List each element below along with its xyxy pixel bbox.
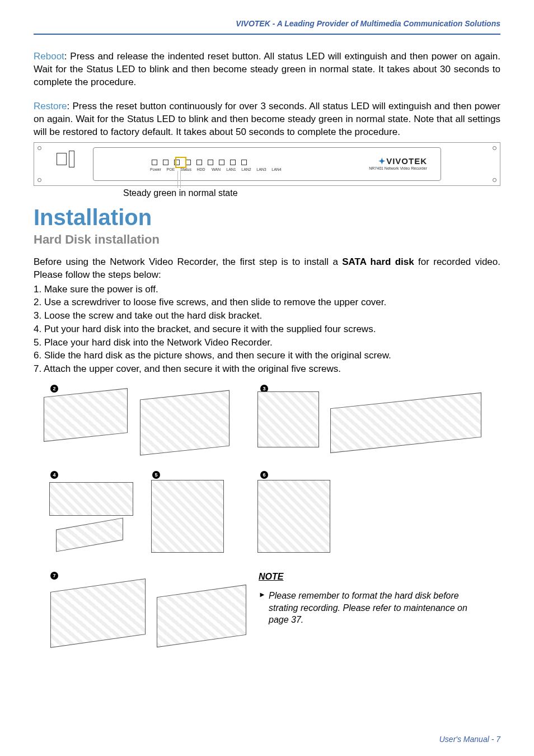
illustration-2b (140, 390, 229, 456)
note-heading: NOTE (259, 572, 483, 582)
reboot-label: Reboot (34, 51, 64, 62)
intro-pre: Before using the Network Video Recorder,… (34, 256, 342, 267)
restore-label: Restore (34, 101, 67, 111)
step-badge: 7 (50, 572, 58, 580)
page-footer: User's Manual - 7 (439, 735, 500, 744)
intro-bold: SATA hard disk (342, 256, 414, 267)
step-item: 6. Slide the hard disk as the picture sh… (34, 349, 500, 362)
step-item: 1. Make sure the power is off. (34, 283, 500, 296)
led-row (152, 160, 247, 165)
device-front-panel-diagram: Power POE Status HDD WAN LAN1 LAN2 LAN3 … (34, 142, 500, 186)
step-badge: 4 (50, 471, 58, 479)
led-label: LAN2 (240, 167, 253, 171)
brand-logo: ✦VIVOTEK (369, 156, 427, 166)
reboot-paragraph: Reboot: Press and release the indented r… (34, 50, 500, 89)
illustration-7a (50, 578, 146, 648)
led-label: HDD (194, 167, 208, 171)
illustration-7b (157, 585, 246, 647)
led-label: LAN1 (224, 167, 238, 171)
step-item: 7. Attach the upper cover, and then secu… (34, 362, 500, 376)
led-label: Power (149, 167, 162, 171)
step-item: 3. Loose the screw and take out the hard… (34, 309, 500, 323)
diagram-caption: Steady green in normal state (123, 188, 500, 198)
port-icon (57, 153, 67, 165)
reboot-text: : Press and release the indented reset b… (34, 51, 500, 87)
status-led-highlight-icon (175, 157, 186, 168)
brand-subtext: NR7401 Network Video Recorder (369, 166, 427, 170)
led-labels: Power POE Status HDD WAN LAN1 LAN2 LAN3 … (149, 167, 283, 171)
step-badge: 6 (260, 471, 268, 479)
illustration-6 (257, 480, 330, 553)
header-text: VIVOTEK - A Leading Provider of Multimed… (236, 19, 500, 28)
led-label: LAN4 (270, 167, 283, 171)
steps-list: 1. Make sure the power is off. 2. Use a … (34, 283, 500, 376)
led-label: LAN3 (255, 167, 268, 171)
illustration-4a (49, 482, 133, 516)
restore-text: : Press the reset button continuously fo… (34, 101, 500, 137)
vent-icon (69, 151, 74, 167)
led-label: POE (164, 167, 177, 171)
step-item: 2. Use a screwdriver to loose five screw… (34, 296, 500, 309)
step-item: 4. Put your hard disk into the bracket, … (34, 323, 500, 336)
step-badge: 5 (152, 471, 160, 479)
illustration-3b (330, 393, 481, 453)
led-label: WAN (209, 167, 223, 171)
illustration-2a (44, 388, 128, 442)
illustration-grid: 2 3 4 5 6 7 NOTE Please remember to form… (34, 384, 500, 658)
section-subtitle: Hard Disk installation (34, 232, 500, 247)
illustration-4b (56, 517, 123, 552)
restore-paragraph: Restore: Press the reset button continuo… (34, 100, 500, 139)
led-label: Status (179, 167, 193, 171)
section-title: Installation (34, 205, 500, 230)
step-item: 5. Place your hard disk into the Network… (34, 336, 500, 349)
intro-paragraph: Before using the Network Video Recorder,… (34, 256, 500, 282)
illustration-5 (151, 480, 224, 553)
step-badge: 2 (50, 385, 58, 393)
note-block: NOTE Please remember to format the hard … (259, 572, 483, 626)
header-rule: VIVOTEK - A Leading Provider of Multimed… (34, 34, 500, 35)
note-body: Please remember to format the hard disk … (259, 590, 483, 626)
brand-text: VIVOTEK (386, 156, 427, 166)
brand-block: ✦VIVOTEK NR7401 Network Video Recorder (369, 156, 427, 170)
illustration-3a (257, 391, 319, 447)
